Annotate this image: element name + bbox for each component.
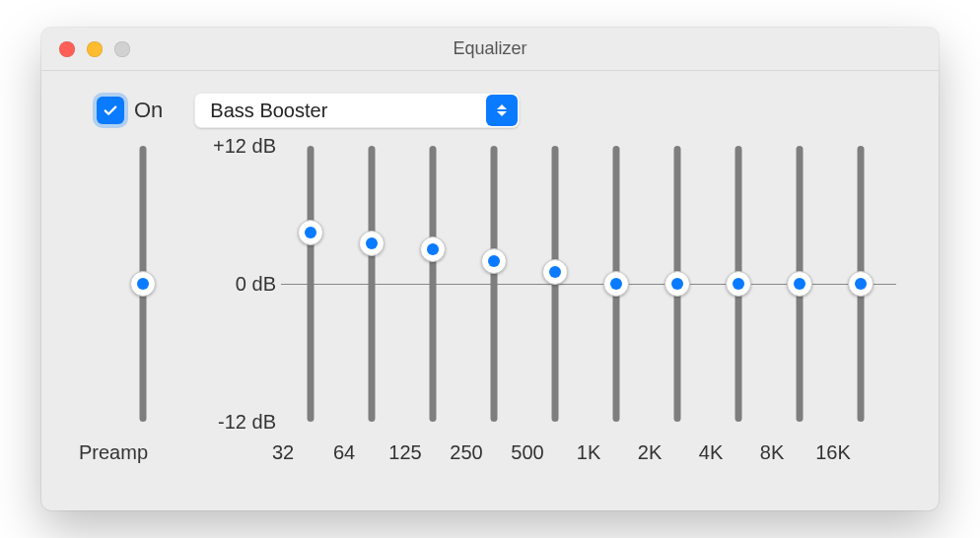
preamp-slider[interactable]: [128, 146, 158, 422]
band-label-16K: 16K: [815, 441, 851, 464]
band-slider-125[interactable]: [418, 146, 448, 422]
close-button[interactable]: [59, 41, 75, 57]
db-label-top: +12 dB: [213, 135, 276, 158]
band-label-250: 250: [450, 441, 482, 464]
slider-thumb[interactable]: [359, 231, 385, 256]
window-title: Equalizer: [453, 38, 526, 59]
titlebar: Equalizer: [41, 28, 939, 71]
band-slider-16K[interactable]: [846, 146, 875, 422]
slider-track: [430, 146, 437, 422]
band-labels: 32641252505001K2K4K8K16K: [41, 441, 939, 481]
band-slider-500[interactable]: [540, 146, 570, 422]
on-label: On: [134, 98, 163, 123]
slider-track: [308, 146, 315, 422]
band-label-1K: 1K: [577, 441, 600, 464]
preset-dropdown-button[interactable]: [486, 95, 518, 126]
chevron-down-icon: [497, 111, 507, 116]
checkmark-icon: [102, 101, 119, 119]
window-controls: [59, 41, 130, 57]
equalizer-window: Equalizer On Bass Booster +12 dB 0 dB -1…: [41, 28, 939, 510]
slider-thumb[interactable]: [603, 271, 629, 297]
preset-selected-label: Bass Booster: [210, 100, 327, 122]
maximize-button: [114, 41, 130, 57]
minimize-button[interactable]: [87, 41, 103, 57]
band-slider-32[interactable]: [296, 146, 325, 422]
slider-thumb[interactable]: [298, 220, 323, 245]
slider-track: [369, 146, 376, 422]
band-slider-250[interactable]: [479, 146, 509, 422]
band-label-8K: 8K: [760, 441, 784, 464]
band-slider-8K[interactable]: [785, 146, 814, 422]
controls-row: On Bass Booster: [41, 71, 939, 128]
slider-thumb[interactable]: [848, 271, 874, 297]
slider-thumb[interactable]: [420, 236, 446, 262]
db-label-mid: 0 dB: [236, 273, 276, 296]
equalizer-body: +12 dB 0 dB -12 dB Preamp 32641252505001…: [41, 146, 939, 501]
band-label-2K: 2K: [638, 441, 662, 464]
band-label-125: 125: [388, 441, 421, 464]
band-slider-2K[interactable]: [663, 146, 692, 422]
preset-select[interactable]: Bass Booster: [194, 93, 520, 128]
chevron-up-icon: [497, 104, 507, 109]
slider-thumb[interactable]: [542, 259, 568, 285]
slider-thumb[interactable]: [726, 271, 751, 297]
band-label-32: 32: [272, 441, 294, 464]
slider-area: +12 dB 0 dB -12 dB: [69, 146, 911, 441]
on-toggle-row: On: [97, 97, 163, 124]
band-slider-64[interactable]: [357, 146, 386, 422]
band-label-64: 64: [333, 441, 355, 464]
band-slider-4K[interactable]: [724, 146, 753, 422]
db-label-bottom: -12 dB: [218, 411, 276, 434]
on-checkbox[interactable]: [97, 97, 124, 124]
slider-track: [491, 146, 498, 422]
db-scale: +12 dB 0 dB -12 dB: [187, 146, 276, 422]
band-label-4K: 4K: [699, 441, 723, 464]
slider-thumb[interactable]: [665, 271, 690, 297]
slider-thumb[interactable]: [787, 271, 812, 297]
slider-thumb[interactable]: [481, 248, 507, 274]
slider-thumb[interactable]: [130, 271, 156, 297]
band-slider-1K[interactable]: [601, 146, 631, 422]
band-label-500: 500: [511, 441, 543, 464]
